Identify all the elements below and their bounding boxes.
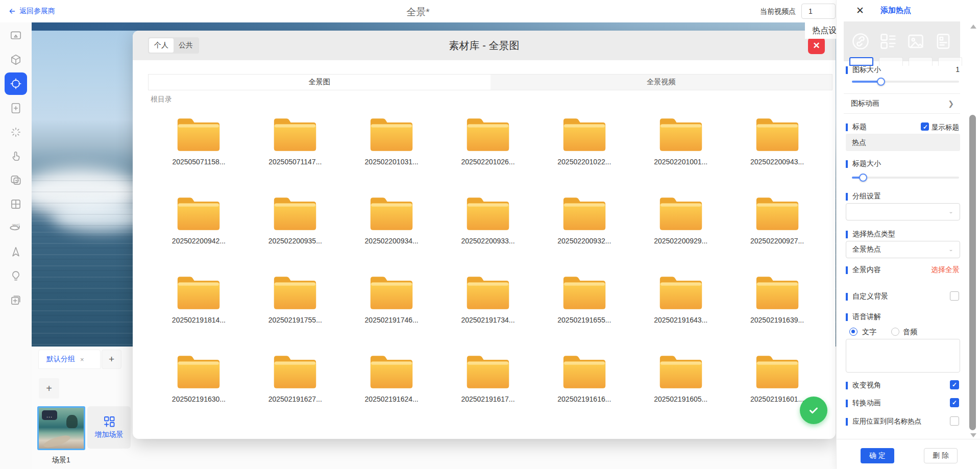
folder-item[interactable]: 202502201001... [632, 112, 729, 191]
folder-item[interactable]: 202505071158... [151, 112, 247, 191]
change-view-checkbox[interactable] [950, 380, 959, 389]
voice-audio-radio[interactable] [891, 328, 899, 336]
folder-item-partial[interactable] [151, 429, 247, 435]
tab-panorama-video[interactable]: 全景视频 [491, 75, 832, 90]
icon-option[interactable] [879, 57, 903, 66]
folder-item[interactable]: 202502191630... [151, 350, 247, 429]
title-size-slider[interactable] [852, 174, 959, 182]
image-icon[interactable] [906, 32, 925, 51]
sidebar-item-loading-burst[interactable] [5, 121, 27, 143]
folder-item-partial[interactable] [536, 429, 632, 435]
hotspot-type-dropdown[interactable]: 全景热点 ⌄ [846, 241, 960, 258]
panel-close-icon[interactable]: ✕ [856, 5, 864, 16]
scene-name: 场景1 [37, 456, 85, 465]
sidebar-item-import-copy[interactable] [5, 289, 27, 311]
folder-item[interactable]: 202502200934... [344, 191, 440, 270]
folder-item[interactable]: 202502201022... [536, 112, 632, 191]
sidebar-item-rotate-360[interactable]: 360° [5, 217, 27, 239]
folder-item[interactable]: 202502201026... [440, 112, 536, 191]
folder-item[interactable]: 202502191734... [440, 270, 536, 350]
folder-item-partial[interactable] [247, 429, 344, 435]
folder-item-partial[interactable] [729, 429, 825, 435]
folder-item[interactable]: 202502191643... [632, 270, 729, 350]
scene-more-button[interactable]: ... [42, 410, 57, 420]
folder-item[interactable]: 202502200932... [536, 191, 632, 270]
voice-text-radio[interactable] [849, 328, 857, 336]
folder-icon [754, 115, 801, 153]
sidebar-item-tap-hand[interactable] [5, 145, 27, 167]
lightbulb-icon [9, 269, 22, 283]
add-scene-button[interactable]: 增加场景 [87, 406, 131, 449]
confirm-button[interactable]: 确定 [861, 448, 894, 463]
folder-item-partial[interactable] [344, 429, 440, 435]
voice-text-area[interactable] [846, 339, 960, 373]
folder-item[interactable]: 202505071147... [247, 112, 344, 191]
panel-footer: 确定 删除 [837, 439, 980, 469]
add-item-button[interactable]: + [39, 378, 59, 399]
folder-item[interactable]: 202502191755... [247, 270, 344, 350]
sidebar-item-hotspot-target[interactable] [5, 72, 27, 95]
tab-panorama-image[interactable]: 全景图 [149, 75, 491, 90]
custom-bg-checkbox[interactable] [950, 291, 959, 301]
current-video-input[interactable]: 1 [801, 4, 836, 19]
scene-thumbnail[interactable]: ... [37, 406, 85, 450]
folder-item[interactable]: 202502200933... [440, 191, 536, 270]
folder-item[interactable]: 202502191746... [344, 270, 440, 350]
show-title-checkbox[interactable] [921, 122, 929, 131]
apply-position-checkbox[interactable] [950, 416, 959, 426]
folder-item[interactable]: 202502191605... [632, 350, 729, 429]
folder-item[interactable]: 202502191639... [729, 270, 825, 350]
scene-group-tab[interactable]: 默认分组 × [38, 350, 101, 369]
folder-item[interactable]: 202502191655... [536, 270, 632, 350]
sidebar-item-cube-3d[interactable] [5, 48, 27, 71]
confirm-selection-button[interactable] [800, 397, 827, 424]
folder-icon [754, 431, 801, 435]
document-icon[interactable] [934, 32, 953, 51]
sidebar-item-grid-2x2[interactable] [5, 193, 27, 215]
select-panorama-link[interactable]: 选择全景 [931, 265, 960, 275]
delete-button[interactable]: 删除 [924, 448, 958, 463]
icon-option[interactable] [909, 57, 933, 66]
icon-option-selected[interactable] [849, 57, 873, 66]
sidebar-item-nav-arrow[interactable] [5, 241, 27, 263]
group-setting-dropdown[interactable]: ⌄ [846, 203, 960, 220]
link-icon[interactable] [851, 32, 870, 51]
icon-animation-row[interactable]: 图标动画 ❯ [844, 93, 960, 114]
scroll-up-arrow[interactable] [970, 24, 976, 29]
sidebar-item-lightbulb[interactable] [5, 265, 27, 287]
slider-knob[interactable] [877, 78, 885, 86]
folder-item[interactable]: 202502191617... [440, 350, 536, 429]
scroll-down-arrow[interactable] [970, 433, 976, 437]
folder-item[interactable]: 202502201031... [344, 112, 440, 191]
folder-item[interactable]: 202502200927... [729, 191, 825, 270]
icon-option[interactable] [938, 57, 962, 66]
folder-item-partial[interactable] [440, 429, 536, 435]
sidebar-item-mask-cards[interactable] [5, 169, 27, 191]
slider-knob[interactable] [859, 174, 867, 182]
sidebar-item-screen-cast[interactable] [5, 24, 27, 47]
folder-icon [368, 431, 415, 435]
sidebar-item-file-add[interactable] [5, 97, 27, 119]
scrollbar-thumb[interactable] [969, 115, 976, 430]
icon-size-slider[interactable] [852, 78, 959, 86]
folder-icon [272, 352, 318, 390]
folder-item[interactable]: 202502191616... [536, 350, 632, 429]
folder-item[interactable]: 202502191624... [344, 350, 440, 429]
modal-close-button[interactable]: ✕ [808, 37, 825, 54]
folder-item[interactable]: 202502200935... [247, 191, 344, 270]
folder-icon [561, 352, 608, 390]
group-close-icon[interactable]: × [80, 356, 84, 363]
folder-item[interactable]: 202502191627... [247, 350, 344, 429]
folder-icon [657, 352, 704, 390]
folder-item[interactable]: 202502200929... [632, 191, 729, 270]
folder-item-partial[interactable] [632, 429, 729, 435]
folder-item[interactable]: 202502200942... [151, 191, 247, 270]
layout-icon[interactable] [878, 32, 898, 51]
add-group-button[interactable]: + [102, 350, 121, 369]
slider-track[interactable] [852, 177, 959, 179]
folder-item[interactable]: 202502200943... [729, 112, 825, 191]
transition-checkbox[interactable] [950, 398, 959, 407]
hotspot-title-input[interactable]: 热点 [846, 134, 960, 151]
folder-item[interactable]: 202502191814... [151, 270, 247, 350]
folder-name: 202502191639... [750, 316, 804, 324]
